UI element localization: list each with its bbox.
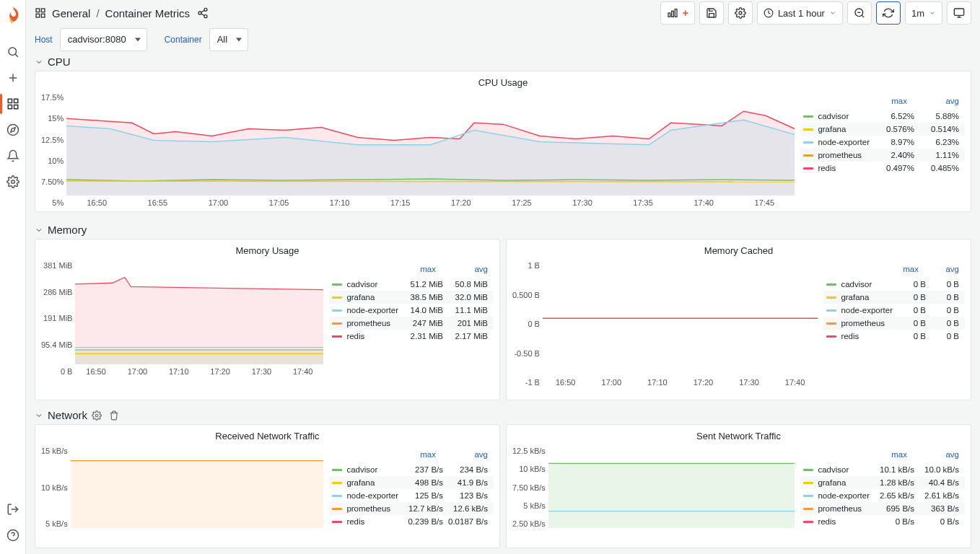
panel-tx[interactable]: Sent Network Traffic 12.5 kB/s10 kB/s7.5… [506,424,971,548]
legend-item-prometheus[interactable]: prometheus 0 B 0 B [823,317,965,330]
legend-item-prometheus[interactable]: prometheus 247 MiB 201 MiB [329,317,494,330]
legend-cached: maxavg cadvisor 0 B 0 B grafana 0 B 0 B … [823,262,965,387]
svg-point-18 [204,9,207,12]
legend-item-redis[interactable]: redis 0 B/s 0 B/s [800,515,965,528]
legend-item-grafana[interactable]: grafana 498 B/s 41.9 B/s [329,476,494,489]
row-memory-header[interactable]: Memory [26,221,980,239]
breadcrumb-dashboard[interactable]: Container Metrics [105,7,191,19]
legend-item-redis[interactable]: redis 0.497% 0.485% [800,162,965,175]
svg-rect-6 [8,105,12,109]
main-content: General / Container Metrics + Last 1 hou… [26,0,980,554]
chart-cpu[interactable]: 17.5%15%12.5%10%7.50%5% 16:5016:5517:001… [41,94,795,207]
configuration-icon[interactable] [0,169,26,195]
svg-rect-7 [14,105,17,109]
refresh-interval-label: 1m [911,8,924,19]
alerting-icon[interactable] [0,143,26,169]
panel-title: CPU Usage [35,71,971,91]
grafana-logo[interactable] [1,4,25,27]
var-container-label: Container [165,35,204,45]
legend-item-node-exporter[interactable]: node-exporter 8.97% 6.23% [800,136,965,149]
panel-cpu-usage[interactable]: CPU Usage 17.5%15%12.5%10%7.50%5% [35,71,971,212]
chevron-down-icon [35,226,43,234]
legend-tx: maxavg cadvisor 10.1 kB/s 10.0 kB/s graf… [800,447,965,528]
legend-item-redis[interactable]: redis 0.239 B/s 0.0187 B/s [329,515,494,528]
row-network-header[interactable]: Network [26,406,980,424]
dashboard-settings-button[interactable] [728,1,753,25]
legend-item-grafana[interactable]: grafana 0.576% 0.514% [800,123,965,136]
help-icon[interactable] [0,522,26,548]
panel-title: Memory Cached [507,239,971,259]
svg-line-21 [201,11,205,13]
svg-point-26 [739,12,742,14]
legend-item-node-exporter[interactable]: node-exporter 2.65 kB/s 2.61 kB/s [800,489,965,502]
create-icon[interactable] [0,65,26,91]
row-network-title: Network [48,409,87,421]
share-icon[interactable] [197,7,209,19]
breadcrumb: General / Container Metrics [35,7,209,19]
add-panel-button[interactable]: + [660,1,695,25]
row-cpu-header[interactable]: CPU [26,53,980,71]
legend-item-cadvisor[interactable]: cadvisor 237 B/s 234 B/s [329,463,494,476]
refresh-interval-button[interactable]: 1m [905,1,942,25]
y-axis: 17.5%15%12.5%10%7.50%5% [41,94,66,207]
variable-bar: Host cadvisor:8080 Container All [26,27,980,53]
legend-item-grafana[interactable]: grafana 38.5 MiB 32.0 MiB [329,291,494,304]
svg-line-22 [201,14,205,16]
legend-item-node-exporter[interactable]: node-exporter 0 B 0 B [823,304,965,317]
gear-icon[interactable] [92,410,102,421]
legend-item-grafana[interactable]: grafana 1.28 kB/s 40.4 B/s [800,476,965,489]
legend-item-redis[interactable]: redis 0 B 0 B [823,330,965,343]
var-container-select[interactable]: All [209,28,248,51]
chart-rx[interactable]: 15 kB/s10 kB/s5 kB/s [41,447,323,528]
svg-point-20 [204,15,207,18]
topbar: General / Container Metrics + Last 1 hou… [26,0,980,27]
zoom-out-button[interactable] [847,1,872,25]
panel-title: Received Network Traffic [35,425,499,444]
save-dashboard-button[interactable] [699,1,724,25]
legend-item-grafana[interactable]: grafana 0 B 0 B [823,291,965,304]
legend-item-node-exporter[interactable]: node-exporter 125 B/s 123 B/s [329,489,494,502]
panel-memory-usage[interactable]: Memory Usage 381 MiB286 MiB191 MiB95.4 M… [35,239,500,400]
legend-memory: maxavg cadvisor 51.2 MiB 50.8 MiB grafan… [329,262,494,376]
svg-rect-15 [41,9,45,12]
svg-point-0 [9,48,17,56]
explore-icon[interactable] [0,117,26,143]
svg-rect-14 [36,9,40,12]
x-axis: 16:5017:0017:1017:2017:3017:40 [543,375,818,387]
panel-title: Memory Usage [35,239,499,259]
svg-marker-9 [10,128,14,132]
legend-item-prometheus[interactable]: prometheus 2.40% 1.11% [800,149,965,162]
var-host-select[interactable]: cadvisor:8080 [60,28,147,51]
time-picker-label: Last 1 hour [778,8,825,19]
svg-rect-16 [36,14,40,18]
row-memory-title: Memory [48,224,87,236]
panel-rx[interactable]: Received Network Traffic 15 kB/s10 kB/s5… [35,424,500,548]
chart-memory-cached[interactable]: 1 B0.500 B0 B-0.50 B-1 B 16:5017:0017:10… [512,262,818,387]
svg-rect-5 [14,99,17,102]
legend-item-prometheus[interactable]: prometheus 695 B/s 363 B/s [800,502,965,515]
legend-item-redis[interactable]: redis 2.31 MiB 2.17 MiB [329,330,494,343]
refresh-button[interactable] [876,1,901,25]
signin-icon[interactable] [0,496,26,522]
legend-item-cadvisor[interactable]: cadvisor 6.52% 5.88% [800,110,965,123]
y-axis: 15 kB/s10 kB/s5 kB/s [41,447,71,528]
search-icon[interactable] [0,39,26,65]
breadcrumb-folder[interactable]: General [52,7,90,19]
legend-item-cadvisor[interactable]: cadvisor 10.1 kB/s 10.0 kB/s [800,463,965,476]
legend-item-cadvisor[interactable]: cadvisor 0 B 0 B [823,278,965,291]
svg-rect-23 [668,13,670,17]
svg-point-38 [95,414,98,417]
panel-memory-cached[interactable]: Memory Cached 1 B0.500 B0 B-0.50 B-1 B 1… [506,239,971,400]
time-picker-button[interactable]: Last 1 hour [757,1,843,25]
trash-icon[interactable] [109,410,119,421]
svg-rect-4 [8,99,12,102]
legend-item-cadvisor[interactable]: cadvisor 51.2 MiB 50.8 MiB [329,278,494,291]
legend-item-prometheus[interactable]: prometheus 12.7 kB/s 12.6 kB/s [329,502,494,515]
chart-tx[interactable]: 12.5 kB/s10 kB/s7.50 kB/s5 kB/s2.50 kB/s [512,447,795,528]
svg-rect-31 [954,9,963,15]
svg-line-1 [15,54,17,56]
chart-memory-usage[interactable]: 381 MiB286 MiB191 MiB95.4 MiB0 B 16:5017… [41,262,323,376]
legend-item-node-exporter[interactable]: node-exporter 14.0 MiB 11.1 MiB [329,304,494,317]
kiosk-button[interactable] [947,1,971,25]
dashboards-icon[interactable] [0,91,26,117]
